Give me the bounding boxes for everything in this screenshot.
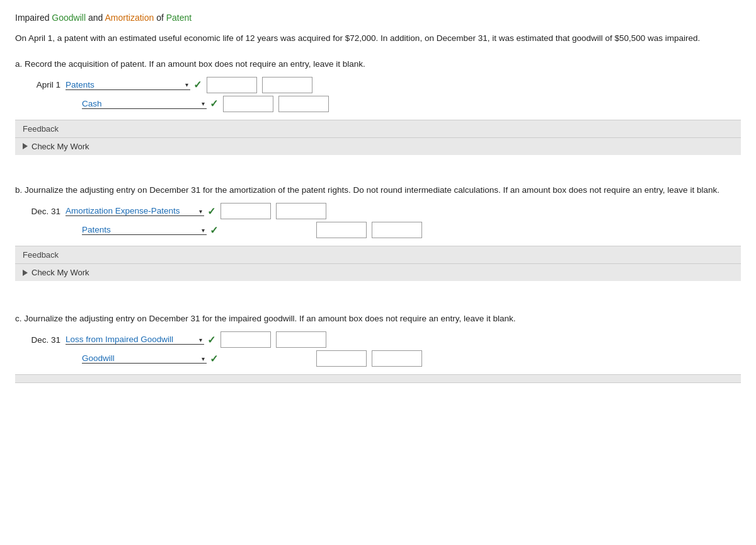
amount-debit-b1[interactable] [220,203,271,219]
check-my-work-label-a: Check My Work [32,142,89,151]
amount-credit-b2[interactable] [372,222,422,238]
feedback-section-c [15,374,741,383]
journal-row-c2: Goodwill Loss from Impaired Goodwill Pat… [82,350,741,367]
amount-debit-b2[interactable] [316,222,367,238]
account-select-b1[interactable]: Amortization Expense-Patents Patents Cas… [66,206,204,216]
journal-row-c1: Dec. 31 Loss from Impaired Goodwill Good… [25,331,741,348]
check-c2: ✓ [210,353,218,365]
feedback-section-a: Feedback Check My Work [15,120,741,155]
account-select-wrapper-a2: Cash Patents Amortization Expense-Patent… [82,99,205,109]
question-b-block: b. Journalize the adjusting entry on Dec… [15,184,741,281]
account-select-b2[interactable]: Patents Cash Amortization Expense-Patent… [82,225,207,235]
question-a-block: a. Record the acquisition of patent. If … [15,58,741,155]
account-select-wrapper-b2: Patents Cash Amortization Expense-Patent… [82,225,205,235]
title-part1: Impaired [15,13,52,23]
play-icon-b [23,270,28,276]
date-label-a: April 1 [25,80,60,89]
feedback-label-c [15,375,741,383]
journal-row-a2: Cash Patents Amortization Expense-Patent… [82,96,741,112]
play-icon-a [23,143,28,149]
amount-credit-b1[interactable] [276,203,326,219]
check-my-work-a[interactable]: Check My Work [15,138,741,155]
journal-row-b1: Dec. 31 Amortization Expense-Patents Pat… [25,203,741,219]
question-a-entries: April 1 Patents Cash Amortization Expens… [25,77,741,112]
amount-debit-c2[interactable] [316,350,367,367]
date-label-b: Dec. 31 [25,207,60,216]
check-b1: ✓ [207,205,215,217]
feedback-label-b: Feedback [15,246,741,264]
question-c-block: c. Journalize the adjusting entry on Dec… [15,313,741,383]
account-select-wrapper-c2: Goodwill Loss from Impaired Goodwill Pat… [82,353,205,364]
feedback-label-a: Feedback [15,120,741,138]
question-b-label: b. Journalize the adjusting entry on Dec… [15,184,741,197]
page-title: Impaired Goodwill and Amortization of Pa… [15,13,741,23]
question-c-entries: Dec. 31 Loss from Impaired Goodwill Good… [25,331,741,367]
check-b2: ✓ [210,224,218,236]
date-label-c: Dec. 31 [25,335,60,345]
journal-row-b2: Patents Cash Amortization Expense-Patent… [82,222,741,238]
account-select-wrapper-b1: Amortization Expense-Patents Patents Cas… [66,206,202,216]
title-patent: Patent [166,13,192,23]
title-part2: and [86,13,105,23]
amount-credit-a1[interactable] [262,77,312,93]
amount-credit-c2[interactable] [372,350,422,367]
question-a-label: a. Record the acquisition of patent. If … [15,58,741,71]
check-a1: ✓ [193,79,202,91]
check-c1: ✓ [207,334,215,346]
amount-credit-a2[interactable] [278,96,329,112]
question-c-label: c. Journalize the adjusting entry on Dec… [15,313,741,325]
account-select-c1[interactable]: Loss from Impaired Goodwill Goodwill Pat… [66,335,204,345]
intro-text: On April 1, a patent with an estimated u… [15,32,741,45]
question-b-entries: Dec. 31 Amortization Expense-Patents Pat… [25,203,741,238]
feedback-section-b: Feedback Check My Work [15,246,741,281]
account-select-a1[interactable]: Patents Cash Amortization Expense-Patent… [66,80,190,90]
account-select-c2[interactable]: Goodwill Loss from Impaired Goodwill Pat… [82,353,207,364]
title-amortization: Amortization [105,13,154,23]
divider-ab [15,166,741,173]
amount-debit-a1[interactable] [207,77,257,93]
divider-bc [15,292,741,301]
journal-row-a1: April 1 Patents Cash Amortization Expens… [25,77,741,93]
amount-debit-c1[interactable] [220,331,271,348]
title-goodwill: Goodwill [52,13,86,23]
check-my-work-label-b: Check My Work [32,268,89,277]
account-select-wrapper-a1: Patents Cash Amortization Expense-Patent… [66,80,188,90]
amount-credit-c1[interactable] [276,331,326,348]
check-my-work-b[interactable]: Check My Work [15,264,741,281]
account-select-a2[interactable]: Cash Patents Amortization Expense-Patent… [82,99,207,109]
check-a2: ✓ [210,98,218,110]
account-select-wrapper-c1: Loss from Impaired Goodwill Goodwill Pat… [66,335,202,345]
title-part3: of [154,13,166,23]
amount-debit-a2[interactable] [223,96,273,112]
